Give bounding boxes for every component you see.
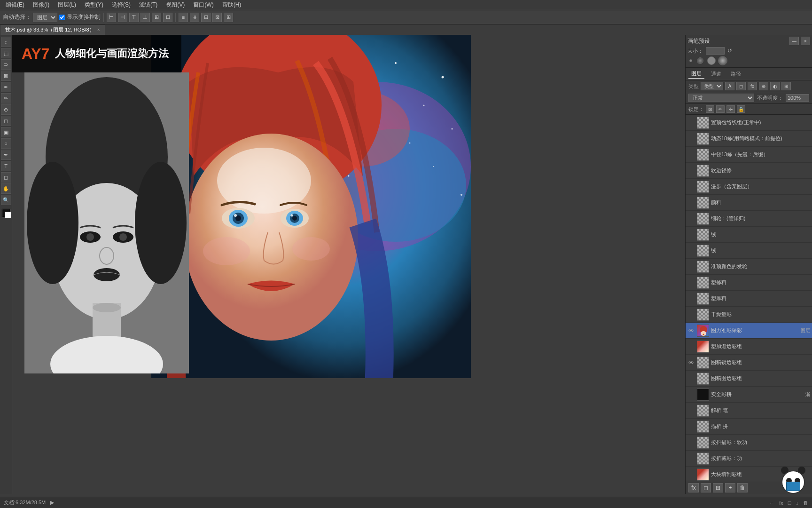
tab-close-icon[interactable]: × (97, 27, 100, 32)
bottom-icon-down[interactable]: ↓ (796, 500, 799, 506)
brush-large-soft[interactable] (718, 56, 727, 65)
menu-filter[interactable]: 滤镜(T) (135, 0, 161, 10)
lasso-tool[interactable]: ⊃ (1, 59, 11, 70)
layer-vis-eye[interactable]: 👁 (687, 327, 695, 334)
layer-item-8[interactable]: 绒 (686, 227, 812, 243)
delete-layer-btn[interactable]: 🗑 (737, 483, 748, 492)
layer-item-selected[interactable]: 👁 图力准彩采彩 图层 (686, 323, 812, 339)
align-bottom-btn[interactable]: ⊡ (163, 13, 172, 22)
tab-layers[interactable]: 图层 (688, 69, 704, 79)
layer-item-2[interactable]: 动态18修(用简略模式：前提位) (686, 131, 812, 147)
brush-large-hard[interactable] (707, 56, 716, 65)
clone-tool[interactable]: ⊕ (1, 104, 11, 115)
filter-icon-4[interactable]: ⊕ (759, 82, 768, 90)
refresh-icon[interactable]: ↺ (727, 48, 732, 54)
layer-item-6[interactable]: 颜料 (686, 195, 812, 211)
move-tool[interactable]: ↕ (1, 37, 11, 47)
dist-c-btn[interactable]: ⊠ (212, 13, 222, 22)
menu-type[interactable]: 类型(Y) (81, 0, 107, 10)
layer-item-4[interactable]: 软边径修 (686, 163, 812, 179)
align-center-btn[interactable]: ⊣ (118, 13, 127, 22)
layer-select[interactable]: 图层 (33, 13, 57, 22)
gradient-tool[interactable]: ▣ (1, 127, 11, 137)
new-layer-btn[interactable]: + (725, 483, 735, 492)
blend-mode-select[interactable]: 正常 (688, 94, 754, 102)
pen-tool[interactable]: ✒ (1, 150, 11, 160)
bottom-icon-box[interactable]: □ (788, 500, 791, 506)
foreground-color[interactable] (2, 209, 10, 217)
layer-item-3[interactable]: 中径13修（先漫：后缀） (686, 147, 812, 163)
menu-view[interactable]: 视图(V) (162, 0, 188, 10)
menu-layer[interactable]: 图层(L) (54, 0, 80, 10)
menu-edit[interactable]: 编辑(E) (2, 0, 28, 10)
shape-tool[interactable]: ◻ (1, 172, 11, 183)
opacity-input[interactable] (786, 94, 809, 102)
lock-brush-icon[interactable]: ✏ (716, 105, 725, 113)
layer-item-checker[interactable]: 置顶包络线组(正常中) (686, 115, 812, 131)
select-tool[interactable]: ⬚ (1, 48, 11, 58)
tab-paths[interactable]: 路径 (728, 70, 744, 79)
file-tab[interactable]: 技术.psd @ 33.3%（图层 12, RGB/8） × (0, 24, 105, 35)
layer-item-9[interactable]: 绒 (686, 243, 812, 259)
eraser-tool[interactable]: ◻ (1, 116, 11, 126)
lock-position-icon[interactable]: ✛ (726, 105, 735, 113)
filter-icon-2[interactable]: ◻ (736, 82, 746, 90)
menu-select[interactable]: 选择(S) (108, 0, 134, 10)
bottom-icon-fx[interactable]: fx (779, 500, 783, 506)
layer-item-16[interactable]: 👁 图稿锁透彩组 (686, 355, 812, 371)
layer-item-12[interactable]: 塑厚料 (686, 291, 812, 307)
tab-channels[interactable]: 通道 (708, 70, 724, 79)
bottom-icon-1[interactable]: ← (769, 500, 774, 506)
layer-item-7[interactable]: 细轮：(管洋归) (686, 211, 812, 227)
dodge-tool[interactable]: ○ (1, 138, 11, 149)
status-arrow[interactable]: ▶ (50, 500, 54, 506)
layer-vis[interactable]: 👁 (687, 359, 695, 366)
layer-item-10[interactable]: 准顶颜色的发轮 (686, 259, 812, 275)
layer-item-5[interactable]: 漫步（含某图层） (686, 179, 812, 195)
menu-window[interactable]: 窗口(W) (189, 0, 217, 10)
show-transform-checkbox[interactable] (59, 15, 65, 20)
layer-item-22[interactable]: 按折藏彩：功 (686, 451, 812, 467)
new-group-btn[interactable]: ⊞ (713, 483, 723, 492)
layer-item-11[interactable]: 塑修料 (686, 275, 812, 291)
lock-all-icon[interactable]: 🔒 (737, 105, 745, 113)
layer-item-15[interactable]: 塑加渐透彩组 (686, 339, 812, 355)
filter-icon-6[interactable]: ⊞ (781, 82, 791, 90)
text-tool[interactable]: T (1, 161, 11, 171)
align-middle-btn[interactable]: ⊞ (152, 13, 161, 22)
align-top-btn[interactable]: ⊥ (141, 13, 150, 22)
dist-h-btn[interactable]: ≡ (179, 13, 188, 22)
layer-item-18[interactable]: 实全彩耕 渐 (686, 387, 812, 403)
filter-type-select[interactable]: 类型 (701, 82, 723, 90)
dist-l-btn[interactable]: ⊟ (201, 13, 211, 22)
filter-icon-3[interactable]: fx (748, 82, 757, 90)
zoom-tool[interactable]: 🔍 (1, 195, 11, 205)
brush-medium-soft[interactable] (697, 57, 703, 64)
brush-close-btn[interactable]: × (801, 37, 810, 45)
hand-tool[interactable]: ✋ (1, 183, 11, 194)
menu-image[interactable]: 图像(I) (29, 0, 53, 10)
brush-minimize-btn[interactable]: — (789, 37, 799, 45)
bottom-icon-trash[interactable]: 🗑 (803, 500, 808, 506)
align-right-btn[interactable]: ⊤ (129, 13, 139, 22)
brush-small-hard[interactable] (689, 59, 692, 62)
lock-pixels-icon[interactable]: ⊠ (706, 105, 714, 113)
filter-icon-1[interactable]: A (725, 82, 734, 90)
brush-tool[interactable]: ✏ (1, 93, 11, 103)
layer-item-17[interactable]: 图稿图透彩组 (686, 371, 812, 387)
filter-icon-5[interactable]: ◐ (770, 82, 780, 90)
layer-item-21[interactable]: 按抖描彩：软功 (686, 435, 812, 451)
brush-size-input[interactable] (706, 47, 725, 55)
align-left-btn[interactable]: ⊢ (107, 13, 116, 22)
background-color[interactable] (5, 212, 11, 218)
layer-item-19[interactable]: 解析 笔 (686, 403, 812, 419)
dist-v-btn[interactable]: ⧺ (190, 13, 199, 22)
eyedropper-tool[interactable]: ✒ (1, 82, 11, 92)
add-style-btn[interactable]: fx (688, 483, 699, 492)
menu-help[interactable]: 帮助(H) (219, 0, 245, 10)
add-mask-btn[interactable]: ◻ (701, 483, 711, 492)
crop-tool[interactable]: ⊠ (1, 71, 11, 81)
layer-item-20[interactable]: 描析 拼 (686, 419, 812, 435)
dist-r-btn[interactable]: ⊞ (224, 13, 233, 22)
layer-item-13[interactable]: 干燥量彩 (686, 307, 812, 323)
